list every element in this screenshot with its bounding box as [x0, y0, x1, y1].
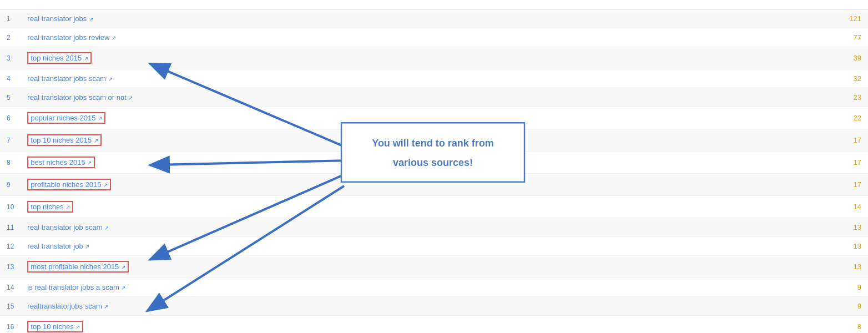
highlighted-query: top niches ↗	[27, 201, 73, 213]
ext-link-icon: ↗	[94, 138, 98, 144]
row-number: 10	[0, 196, 21, 218]
ext-link-icon: ↗	[98, 115, 102, 122]
clicks-value: 13	[835, 256, 868, 278]
highlighted-query: best niches 2015 ↗	[27, 157, 95, 168]
query-text[interactable]: top 10 niches ↗	[21, 316, 835, 334]
row-number: 8	[0, 152, 21, 174]
query-text[interactable]: top niches 2015 ↗	[21, 47, 835, 69]
row-number: 7	[0, 129, 21, 152]
query-text[interactable]: best niches 2015 ↗	[21, 152, 835, 174]
ext-link-icon: ↗	[108, 76, 113, 82]
row-number: 14	[0, 278, 21, 297]
query-text[interactable]: top 10 niches 2015 ↗	[21, 129, 835, 152]
table-row: 3top niches 2015 ↗39	[0, 47, 868, 69]
table-row: 13most profitable niches 2015 ↗13	[0, 256, 868, 278]
ext-link-icon: ↗	[87, 160, 92, 166]
table-row: 16top 10 niches ↗8	[0, 316, 868, 334]
ext-link-icon: ↗	[65, 204, 70, 210]
table-row: 2real translator jobs review ↗77	[0, 28, 868, 47]
table-row: 11real translator job scam ↗13	[0, 218, 868, 237]
ext-link-icon: ↗	[121, 285, 125, 291]
row-number: 1	[0, 9, 21, 28]
clicks-value: 8	[835, 316, 868, 334]
table-row: 8best niches 2015 ↗17	[0, 152, 868, 174]
row-number: 13	[0, 256, 21, 278]
query-text[interactable]: real translator jobs scam ↗	[21, 69, 835, 88]
clicks-value: 13	[835, 237, 868, 256]
query-text[interactable]: real translator job scam ↗	[21, 218, 835, 237]
clicks-value: 77	[835, 28, 868, 47]
row-number: 15	[0, 297, 21, 316]
clicks-value: 23	[835, 88, 868, 107]
query-text[interactable]: real translator jobs review ↗	[21, 28, 835, 47]
query-text[interactable]: realtranslatorjobs scam ↗	[21, 297, 835, 316]
highlighted-query: most profitable niches 2015 ↗	[27, 261, 129, 273]
query-text[interactable]: profitable niches 2015 ↗	[21, 174, 835, 196]
row-number: 9	[0, 174, 21, 196]
table-row: 10top niches ↗14	[0, 196, 868, 218]
table-row: 9profitable niches 2015 ↗17	[0, 174, 868, 196]
ext-link-icon: ↗	[104, 225, 109, 231]
clicks-value: 22	[835, 107, 868, 129]
query-text[interactable]: real translator job ↗	[21, 237, 835, 256]
clicks-value: 9	[835, 297, 868, 316]
clicks-header	[835, 0, 868, 9]
clicks-value: 13	[835, 218, 868, 237]
table-row: 15realtranslatorjobs scam ↗9	[0, 297, 868, 316]
table-row: 14is real translator jobs a scam ↗9	[0, 278, 868, 297]
queries-table: 1real translator jobs ↗1212real translat…	[0, 0, 868, 333]
clicks-value: 121	[835, 9, 868, 28]
clicks-value: 32	[835, 69, 868, 88]
row-number: 3	[0, 47, 21, 69]
query-text[interactable]: is real translator jobs a scam ↗	[21, 278, 835, 297]
query-text[interactable]: popular niches 2015 ↗	[21, 107, 835, 129]
clicks-value: 9	[835, 278, 868, 297]
ext-link-icon: ↗	[104, 304, 108, 310]
highlighted-query: top 10 niches ↗	[27, 321, 83, 332]
row-number: 11	[0, 218, 21, 237]
row-number: 2	[0, 28, 21, 47]
highlighted-query: top niches 2015 ↗	[27, 52, 91, 64]
ext-link-icon: ↗	[89, 16, 93, 22]
table-row: 6popular niches 2015 ↗22	[0, 107, 868, 129]
clicks-value: 17	[835, 129, 868, 152]
table-row: 5real translator jobs scam or not ↗23	[0, 88, 868, 107]
table-row: 7top 10 niches 2015 ↗17	[0, 129, 868, 152]
row-number: 4	[0, 69, 21, 88]
highlighted-query: popular niches 2015 ↗	[27, 112, 105, 124]
ext-link-icon: ↗	[112, 35, 116, 41]
query-text[interactable]: most profitable niches 2015 ↗	[21, 256, 835, 278]
clicks-value: 17	[835, 174, 868, 196]
ext-link-icon: ↗	[103, 182, 108, 188]
clicks-value: 17	[835, 152, 868, 174]
clicks-value: 39	[835, 47, 868, 69]
query-text[interactable]: real translator jobs scam or not ↗	[21, 88, 835, 107]
query-text[interactable]: top niches ↗	[21, 196, 835, 218]
row-number: 5	[0, 88, 21, 107]
highlighted-query: profitable niches 2015 ↗	[27, 179, 111, 190]
table-row: 4real translator jobs scam ↗32	[0, 69, 868, 88]
main-container: 1real translator jobs ↗1212real translat…	[0, 0, 868, 333]
ext-link-icon: ↗	[128, 95, 133, 101]
clicks-value: 14	[835, 196, 868, 218]
row-number: 6	[0, 107, 21, 129]
ext-link-icon: ↗	[75, 324, 80, 330]
query-text[interactable]: real translator jobs ↗	[21, 9, 835, 28]
table-row: 1real translator jobs ↗121	[0, 9, 868, 28]
table-row: 12real translator job ↗13	[0, 237, 868, 256]
highlighted-query: top 10 niches 2015 ↗	[27, 134, 101, 146]
ext-link-icon: ↗	[121, 264, 125, 270]
row-number: 12	[0, 237, 21, 256]
ext-link-icon: ↗	[84, 56, 88, 62]
ext-link-icon: ↗	[85, 244, 89, 250]
col-num-header	[0, 0, 21, 9]
row-number: 16	[0, 316, 21, 334]
queries-header	[21, 0, 835, 9]
